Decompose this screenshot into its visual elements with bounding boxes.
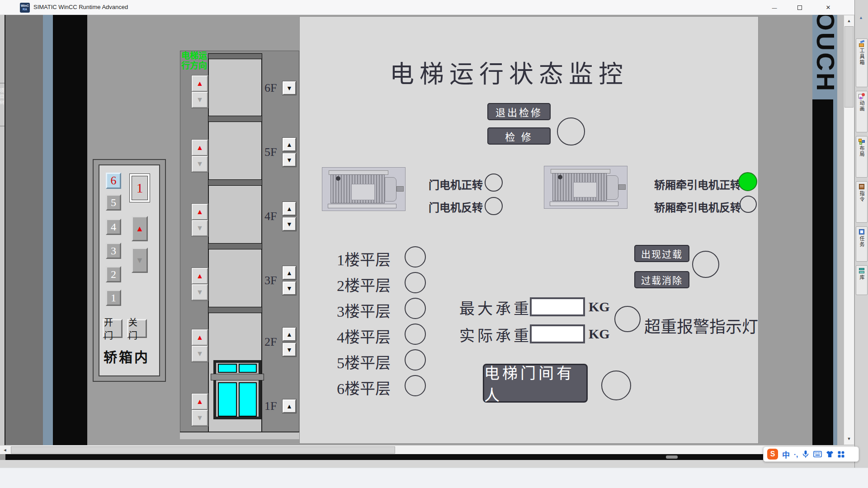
wincc-app-icon: WinC RA [20, 3, 30, 13]
call-down-button-6f[interactable]: ▼ [283, 81, 296, 95]
maximize-icon [797, 5, 802, 10]
up-arrow-icon: ▲ [286, 141, 292, 148]
call-down-button-3f[interactable]: ▼ [283, 282, 296, 295]
ime-keyboard-icon[interactable] [813, 451, 822, 457]
overload-clear-button[interactable]: 过载消除 [634, 271, 689, 288]
car-button-5[interactable]: 5 [106, 194, 121, 211]
divider [0, 126, 5, 127]
close-door-button[interactable]: 关门 [127, 319, 147, 338]
call-up-button-3f[interactable]: ▲ [283, 266, 296, 280]
car-button-3[interactable]: 3 [106, 243, 121, 259]
shaft-pit-platform [180, 432, 299, 439]
motor-bolt [558, 175, 562, 179]
car-button-2[interactable]: 2 [106, 266, 121, 282]
motor-shaft [618, 184, 626, 190]
scroll-up-button[interactable]: ▲ [844, 16, 854, 25]
call-down-button-5f[interactable]: ▼ [283, 153, 296, 167]
car-down-button[interactable]: ▼ [132, 248, 148, 273]
ime-punctuation-toggle[interactable]: ·, [794, 450, 798, 458]
call-up-button-2f[interactable]: ▲ [283, 328, 296, 341]
overload-appear-label: 出现过载 [641, 247, 683, 260]
resize-grip[interactable] [666, 455, 678, 459]
hall-lantern-up-6f: ▲ [192, 75, 208, 92]
max-weight-label: 最大承重 [459, 296, 532, 319]
tia-tab-toolbox-label: 工具箱 [858, 48, 865, 66]
direction-label-line1: 电梯运 [181, 51, 210, 61]
vertical-scroll-thumb[interactable] [844, 26, 854, 108]
window-title: SIMATIC WinCC Runtime Advanced [33, 4, 128, 10]
maximize-button[interactable] [789, 0, 810, 15]
floor-label-3f: 3F [264, 274, 277, 287]
car-button-6-label: 6 [111, 174, 117, 188]
overweight-alarm-indicator [614, 306, 641, 332]
minimize-button[interactable]: — [764, 0, 785, 15]
exit-maintenance-button[interactable]: 退出检修 [487, 103, 551, 120]
close-button[interactable]: ✕ [815, 0, 842, 15]
sogou-logo-icon[interactable]: S [767, 449, 778, 460]
ime-mode-toggle[interactable]: 中 [782, 449, 790, 460]
tia-tab-animation[interactable]: 动画 [856, 91, 868, 132]
tia-tab-tasks[interactable]: 任务 [856, 226, 868, 262]
down-arrow-icon: ▼ [196, 160, 203, 168]
actual-weight-input[interactable] [530, 324, 585, 343]
horizontal-scroll-thumb[interactable] [11, 446, 395, 454]
up-arrow-icon: ▲ [196, 272, 203, 280]
sogou-ime-bar: S 中 ·, [763, 446, 859, 462]
ime-mic-icon[interactable] [802, 450, 809, 458]
door-occupied-button[interactable]: 电梯门间有人 [483, 364, 588, 403]
leveling-indicator-3 [405, 298, 426, 319]
tia-tab-layout[interactable]: 布局 [856, 136, 868, 178]
tia-tab-layout-label: 布局 [858, 145, 865, 157]
call-up-button-5f[interactable]: ▲ [283, 138, 296, 151]
maintenance-indicator [557, 117, 585, 145]
car-button-5-label: 5 [111, 197, 116, 209]
hall-lantern-down-3f: ▼ [192, 284, 208, 300]
overload-appear-button[interactable]: 出现过载 [634, 245, 689, 262]
motor-endbell [385, 177, 396, 202]
car-button-3-label: 3 [111, 245, 116, 257]
car-transom-right [239, 364, 257, 373]
desktop: { "window": {"title": "SIMATIC WinCC Run… [0, 0, 868, 488]
car-panel-title: 轿箱内 [104, 346, 150, 366]
call-down-button-2f[interactable]: ▼ [283, 343, 296, 357]
car-button-4[interactable]: 4 [106, 219, 121, 235]
panel-bezel-left [53, 15, 87, 445]
open-door-button[interactable]: 开门 [103, 319, 123, 338]
max-weight-input[interactable] [530, 297, 585, 316]
call-up-button-1f[interactable]: ▲ [283, 399, 296, 413]
tab-scroll-up-icon[interactable]: ▲ [859, 15, 863, 20]
wincc-app-icon-text1: WinC [21, 4, 29, 8]
ime-skin-icon[interactable] [826, 450, 834, 458]
leveling-label-6: 6楼平层 [337, 376, 391, 399]
tia-tab-toolbox[interactable]: 工具箱 [856, 38, 868, 87]
hall-lantern-up-1f: ▲ [192, 394, 208, 410]
traction-motor-rev-label: 轿厢牵引电机反转 [654, 199, 741, 215]
maintenance-button[interactable]: 检 修 [487, 127, 551, 145]
leveling-indicator-5 [405, 349, 426, 371]
tia-tab-tasks-label: 任务 [858, 236, 865, 248]
call-up-button-4f[interactable]: ▲ [283, 202, 296, 216]
down-arrow-icon: ▼ [196, 288, 203, 296]
up-arrow-icon: ▲ [286, 205, 292, 212]
car-button-1[interactable]: 1 [106, 290, 121, 306]
overweight-alarm-label: 超重报警指示灯 [644, 314, 758, 337]
call-down-button-4f[interactable]: ▼ [283, 217, 296, 231]
leveling-label-4: 4楼平层 [337, 325, 391, 347]
floor-label-6f: 6F [264, 81, 277, 95]
tia-tab-instructions[interactable]: 指令 [856, 181, 868, 223]
car-up-button[interactable]: ▲ [132, 216, 148, 241]
scroll-down-button[interactable]: ▼ [844, 434, 854, 443]
car-button-6[interactable]: 6 [106, 173, 121, 189]
door-motor-fwd-indicator [485, 174, 503, 192]
ime-toolbox-icon[interactable] [838, 451, 844, 458]
vertical-scrollbar[interactable]: ▲ ▼ [844, 15, 854, 445]
tia-project-tree-tab[interactable]: 项目树 [0, 88, 5, 106]
horizontal-scrollbar[interactable]: ◄ ► [0, 445, 854, 454]
open-door-label: 开门 [104, 315, 121, 342]
tia-tab-libraries[interactable]: 库 [856, 265, 868, 295]
scroll-left-button[interactable]: ◄ [1, 446, 9, 454]
car-transom-left [218, 364, 237, 373]
panel-brand-text: TOUCH [813, 15, 837, 93]
wincc-app-icon-text2: RA [23, 8, 27, 11]
leveling-label-5: 5楼平层 [337, 351, 391, 373]
